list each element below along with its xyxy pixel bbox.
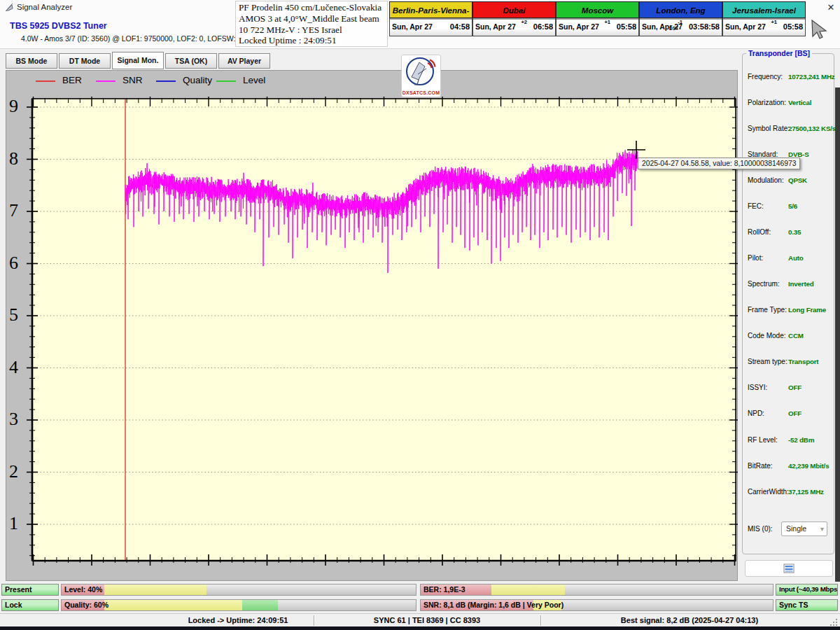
input-rate-indicator: Input (~40,39 Mbps) [776,584,838,596]
tp-row-polarization: Polarization: Vertical [748,99,832,108]
annotation-line: AMOS 3 at 4,0°W_Middle East beam [239,13,384,24]
bar-segment-yellow [104,600,242,610]
y-tick-label: 2 [9,460,18,484]
tab-signal-mon[interactable]: Signal Mon. [112,52,164,69]
data-point-tooltip: 2025-04-27 04.58.58, value: 8,1000003814… [638,158,800,169]
clock-date: Sun, Apr 27 [475,22,516,31]
dxsatcs-logo: DXSATCS.COM [401,55,441,97]
tab-bs-mode[interactable]: BS Mode [6,53,57,69]
tp-row-frequency: Frequency: 10723,241 MHz [748,73,832,83]
tab-av-player[interactable]: AV Player [218,53,270,69]
y-tick-label: 6 [9,251,18,275]
tp-row-spectrum: Spectrum: Inverted [748,280,832,290]
clock-date: Sun, Apr 27 [392,22,433,31]
clock-offset: +2 [521,19,527,25]
clock-city: Jerusalem-Israel [722,1,806,18]
clock-city: Dubai [472,1,556,18]
bar-segment-green [242,600,278,610]
bottom-edge [0,626,840,630]
snr-bar: SNR: 8,1 dB (Margin: 1,6 dB | Very Poor) [420,599,774,611]
tp-row-frame-type: Frame Type: Long Frame [748,306,832,316]
bar-segment-yellow [491,584,566,595]
lock-indicator: Lock [1,599,59,611]
tp-row-code-mode: Code Mode: CCM [748,332,832,342]
window-header: Signal Analyzer TBS 5925 DVBS2 Tuner 4.0… [0,0,840,49]
background-window-edge [835,88,840,582]
tab-tsa[interactable]: TSA (OK) [165,53,217,69]
tp-row-rf-level: RF Level: -52 dBm [748,436,832,446]
bar-segment-yellow [104,584,207,595]
clock-time: 04:58 [450,22,470,31]
annotation-line: Locked Uptime : 24:09:51 [239,35,384,46]
quality-line-swatch [156,80,176,82]
clock-city: Berlin-Paris-Vienna-Roma [389,1,472,18]
tp-row-symbol-rate: Symbol Rate: 27500,132 KS/s [748,125,832,134]
clock-city: Moscow [556,1,639,18]
clock-time: 05:58 [617,22,636,31]
snr-plot-area[interactable] [32,99,736,561]
sync-ts-indicator: Sync TS [776,599,838,611]
status-counters: SYNC 61 | TEI 8369 | CC 8393 [322,616,532,624]
clock-time: 06:58 [533,22,553,31]
annotation-line: PF Prodelin 450 cm/Lučenec-Slovakia [239,2,384,13]
tp-row-issyi: ISSYI: OFF [748,384,832,393]
tuner-name: TBS 5925 DVBS2 Tuner [10,21,107,31]
status-bar: Locked -> Uptime: 24:09:51 SYNC 61 | TEI… [0,613,840,627]
ber-bar: BER: 1,9E-3 [420,584,774,596]
clock-offset: -1 [678,19,682,25]
mis-dropdown[interactable]: Single ▾ [781,522,827,536]
clock-date: Sun, Apr 27 [559,22,599,31]
close-icon[interactable]: ✕ [825,1,837,14]
clock-time: 03:58:58 [689,22,720,31]
present-indicator: Present [1,584,59,596]
level-line-swatch [216,80,236,82]
y-axis-labels: 987654321 [0,98,24,560]
chevron-down-icon: ▾ [820,522,824,536]
app-icon [4,2,15,15]
y-tick-label: 3 [9,407,18,431]
y-tick-label: 8 [9,147,18,171]
tp-row-fec: FEC: 5/6 [748,202,832,212]
y-tick-label: 5 [9,303,18,327]
y-tick-label: 4 [9,356,18,379]
clock-dst-flag: DST [669,26,678,31]
snr-line-swatch [96,80,115,82]
mouse-pointer-icon [809,18,830,42]
stream-list-button[interactable] [745,560,833,577]
clock-time: 05:58 [783,22,803,31]
tp-row-rolloff: RollOff: 0.35 [748,228,832,238]
tp-row-npd: NPD: OFF [748,410,832,419]
window-title: Signal Analyzer [17,3,72,11]
clock-offset: +1 [604,19,610,25]
annotation-overlay: PF Prodelin 450 cm/Lučenec-Slovakia AMOS… [235,1,388,47]
quality-bar: Quality: 60% [61,599,416,611]
satellite-dish-icon [402,55,440,88]
tp-row-stream-type: Stream type: Transport [748,358,832,368]
clock-dubai: Dubai Sun, Apr 27 +2 06:58 [472,1,556,36]
annotation-line: 10 722 MHz-V : YES Israel [239,24,384,36]
stream-list-icon [783,564,794,573]
tab-dt-mode[interactable]: DT Mode [59,53,111,69]
clock-berlin: Berlin-Paris-Vienna-Roma Sun, Apr 27 04:… [389,1,472,36]
snr-plot[interactable] [32,99,736,561]
clock-jerusalem: Jerusalem-Israel Sun, Apr 27 +1 05:58 [722,1,806,36]
clock-city: London, Eng [639,1,722,18]
logo-caption: DXSATCS.COM [402,90,440,95]
tp-row-carrier-width: CarrierWidth: 37,125 MHz [748,488,832,498]
level-bar: Level: 40% [61,584,416,596]
y-tick-label: 7 [9,199,18,223]
tp-row-modulation: Modulation: QPSK [748,176,832,186]
tuner-config: 4.0W - Amos 3/7 (ID: 3560) @ LOF1: 97500… [21,34,241,43]
y-tick-label: 1 [9,512,18,536]
y-tick-label: 9 [9,94,18,118]
clock-offset: +1 [771,19,777,25]
tp-row-bitrate: BitRate: 42,239 Mbit/s [748,462,832,472]
clock-moscow: Moscow Sun, Apr 27 +1 05:58 [556,1,639,36]
tp-row-pilot: Pilot: Auto [748,254,832,264]
world-clocks: Berlin-Paris-Vienna-Roma Sun, Apr 27 04:… [389,1,806,36]
ber-line-swatch [36,80,55,82]
resize-grip[interactable] [830,617,838,624]
status-best-signal: Best signal: 8,2 dB (2025-04-27 04:13) [560,616,819,624]
clock-london: London, Eng Sun, Apr 27 -1 DST 03:58:58 [639,1,722,36]
transponder-title: Transponder [BS] [746,49,812,57]
